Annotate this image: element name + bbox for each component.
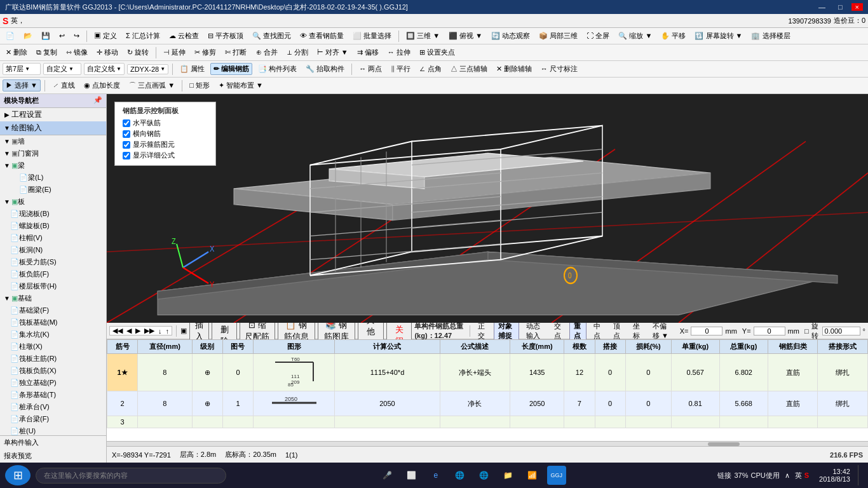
sidebar-floor-band[interactable]: 📄 楼层板带(H) — [0, 280, 106, 292]
check-stirrup-icon[interactable]: 显示箍筋图元 — [123, 140, 208, 149]
sidebar-col-pier[interactable]: 📄 柱墩(X) — [0, 341, 106, 353]
snap-dynamic[interactable]: 动态输入 — [522, 320, 547, 342]
sidebar-rebar-force[interactable]: 📄 板受力筋(S) — [0, 256, 106, 268]
nav-last[interactable]: ▶▶ — [143, 327, 156, 335]
snap-ortho[interactable]: 正交 — [473, 320, 491, 342]
cloud-btn[interactable]: ☁ 云检查 — [166, 30, 202, 42]
drawing-input[interactable]: ▼ 绘图输入 — [0, 121, 106, 135]
sidebar-cap-beam[interactable]: 📄 承台梁(F) — [0, 413, 106, 425]
new-btn[interactable]: 📄 — [3, 30, 18, 41]
floor-select-btn[interactable]: 🏢 选择楼层 — [748, 30, 793, 42]
table-resize-icon[interactable]: ▣ — [180, 327, 187, 335]
sidebar-raft-main[interactable]: 📄 筏板主筋(R) — [0, 353, 106, 365]
floor-dropdown[interactable]: 第7层 ▼ — [3, 63, 41, 75]
align2-btn[interactable]: ⊢ 对齐 ▼ — [314, 46, 351, 58]
engineering-settings[interactable]: ▶ 工程设置 — [0, 108, 106, 121]
sidebar-slab-hole[interactable]: 📄 板洞(N) — [0, 244, 106, 256]
sidebar-cast-slab[interactable]: 📄 现浇板(B) — [0, 208, 106, 220]
sidebar-beam-e[interactable]: 📄 圈梁(E) — [0, 184, 106, 196]
snap-midpoint[interactable]: 中点 — [589, 320, 606, 342]
two-point-axis[interactable]: ↔ 两点 — [356, 63, 385, 75]
smart-place-btn[interactable]: ✦ 智能布置 ▼ — [215, 79, 266, 92]
nav-first[interactable]: ◀◀ — [111, 327, 124, 335]
taskbar-task-view[interactable]: ⬜ — [402, 466, 421, 485]
sidebar-found-beam[interactable]: 📄 基础梁(F) — [0, 304, 106, 316]
angle-axis[interactable]: ∠ 点角 — [416, 63, 444, 75]
taskbar-mic[interactable]: 🎤 — [378, 466, 397, 485]
snap-endpoint[interactable]: 重点 — [569, 320, 587, 342]
dynamic-view-btn[interactable]: 🔄 动态观察 — [488, 30, 533, 42]
split-btn[interactable]: ⊥ 分割 — [283, 46, 311, 58]
taskbar-ie2[interactable]: 🌐 — [475, 466, 494, 485]
report-preview-btn[interactable]: 报表预览 — [0, 449, 106, 463]
batch-select-btn[interactable]: ⬜ 批量选择 — [349, 30, 395, 42]
table-row[interactable]: 3 — [107, 416, 868, 428]
select-tool[interactable]: ▶ 选择 ▼ — [3, 79, 41, 92]
mirror-btn[interactable]: ⇿ 镜像 — [63, 46, 91, 58]
rotate-btn[interactable]: ↻ 旋转 — [124, 46, 152, 58]
close-button[interactable]: × — [851, 3, 863, 11]
taskbar-edge[interactable]: e — [426, 466, 445, 485]
nav-prev[interactable]: ◀ — [125, 327, 133, 335]
stretch-btn[interactable]: ↔ 拉伸 — [384, 46, 414, 58]
move-btn[interactable]: ✛ 移动 — [93, 46, 121, 58]
sidebar-beam-l[interactable]: 📄 梁(L) — [0, 172, 106, 184]
extend-btn[interactable]: ⊣ 延伸 — [160, 46, 189, 58]
property-btn[interactable]: 📋 属性 — [177, 63, 208, 75]
nav-up[interactable]: ↑ — [165, 327, 171, 335]
maximize-button[interactable]: □ — [834, 3, 846, 11]
undo-btn[interactable]: ↩ — [56, 30, 68, 41]
sidebar-pile-cap[interactable]: 📄 桩承台(V) — [0, 401, 106, 413]
sidebar-sump[interactable]: 📄 集水坑(K) — [0, 329, 106, 341]
delete-axis[interactable]: ✕ 删除辅轴 — [493, 63, 535, 75]
sidebar-spiral-slab[interactable]: 📄 螺旋板(B) — [0, 220, 106, 232]
systray-expand[interactable]: ∧ — [785, 471, 790, 480]
snap-object[interactable]: 对象捕捉 — [494, 320, 519, 342]
break-btn[interactable]: ✄ 打断 — [222, 46, 250, 58]
open-btn[interactable]: 📂 — [20, 30, 36, 41]
single-input-btn[interactable]: 单构件输入 — [0, 436, 106, 449]
sidebar-cap[interactable]: 📄 柱帽(V) — [0, 232, 106, 244]
taskbar-folder[interactable]: 📁 — [499, 466, 518, 485]
3d-viewport[interactable]: 钢筋显示控制面板 水平纵筋 横向钢筋 显示箍筋图元 — [107, 94, 868, 323]
sidebar-pile[interactable]: 📄 桩(U) — [0, 425, 106, 435]
copy-btn[interactable]: ⧉ 复制 — [33, 46, 60, 58]
start-button[interactable]: ⊞ — [5, 465, 31, 485]
window-controls[interactable]: — □ × — [815, 3, 863, 11]
arc-tool[interactable]: ⌒ 三点画弧 ▼ — [126, 79, 178, 92]
nav-down[interactable]: ↓ — [157, 327, 163, 335]
y-input[interactable] — [754, 327, 785, 336]
pickup-btn[interactable]: 🔧 抬取构件 — [302, 63, 348, 75]
sidebar-beam[interactable]: ▼ ▣ 梁 — [0, 159, 106, 172]
sidebar-raft[interactable]: 📄 筏板基础(M) — [0, 316, 106, 329]
find-btn[interactable]: 🔍 查找图元 — [249, 30, 294, 42]
local-3d-btn[interactable]: 📦 局部三维 — [536, 30, 581, 42]
check-transverse-rebar[interactable]: 横向钢筋 — [123, 129, 208, 139]
snap-vertex[interactable]: 顶点 — [609, 320, 626, 342]
rotate-view-btn[interactable]: 🔃 屏幕旋转 ▼ — [691, 30, 745, 42]
taskbar-ggj[interactable]: GGJ — [547, 466, 566, 485]
table-row[interactable]: 1★8⊕0 T60 85 111 209 1115+40*d净长+端头14351… — [107, 354, 868, 391]
snap-coord[interactable]: 坐标 — [628, 320, 646, 342]
point-extend-tool[interactable]: ◉ 点加长度 — [81, 79, 123, 92]
line-tool[interactable]: ⟋ 直线 — [49, 79, 78, 92]
check-horizontal-rebar[interactable]: 水平纵筋 — [123, 118, 208, 128]
zoom-btn[interactable]: 🔍 缩放 ▼ — [615, 30, 655, 42]
rect-tool[interactable]: □ 矩形 — [186, 79, 213, 92]
view-rebar-btn[interactable]: 👁 查看钢筋量 — [297, 30, 347, 42]
sidebar-foundation[interactable]: ▼ ▣ 基础 — [0, 292, 106, 304]
sidebar-slab[interactable]: ▼ ▣ 板 — [0, 196, 106, 208]
three-point-axis[interactable]: △ 三点辅轴 — [447, 63, 491, 75]
sidebar-strip[interactable]: 📄 条形基础(T) — [0, 389, 106, 401]
snap-intersect[interactable]: 交点 — [550, 320, 567, 342]
define-btn[interactable]: ▣ 定义 — [91, 30, 120, 42]
x-input[interactable] — [691, 327, 722, 336]
taskbar-search[interactable]: 在这里输入你要搜索的内容 — [36, 468, 226, 484]
check-formula[interactable]: 显示详细公式 — [123, 151, 208, 160]
sidebar-isolated[interactable]: 📄 独立基础(P) — [0, 377, 106, 389]
sidebar-neg-rebar[interactable]: 📄 板负筋(F) — [0, 268, 106, 280]
zdyx-dropdown[interactable]: ZDYX-28 ▼ — [127, 64, 168, 74]
dimension-btn[interactable]: ↔ 尺寸标注 — [538, 63, 581, 75]
line-type-dropdown[interactable]: 自定义线 ▼ — [84, 63, 125, 75]
offset-btn[interactable]: ⇉ 偏移 — [354, 46, 382, 58]
